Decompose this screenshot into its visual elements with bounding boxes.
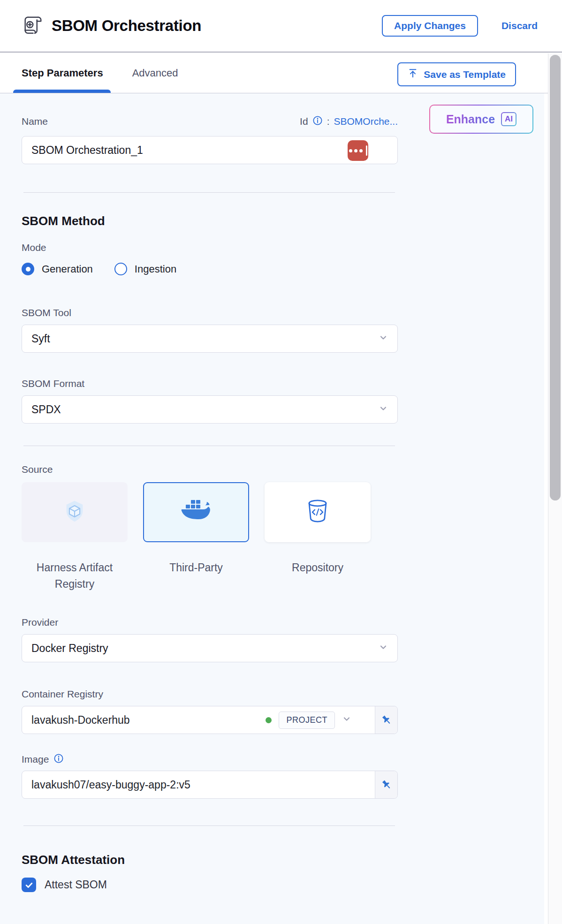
sbom-attestation-heading: SBOM Attestation: [22, 853, 544, 867]
container-registry-value: lavakush-Dockerhub: [31, 714, 130, 727]
info-icon[interactable]: [312, 115, 323, 128]
apply-changes-button[interactable]: Apply Changes: [382, 15, 478, 37]
image-label-row: Image: [22, 753, 544, 765]
divider: [23, 446, 395, 446]
title-wrap: SBOM Orchestration: [22, 14, 382, 38]
sbom-method-heading: SBOM Method: [22, 214, 544, 228]
registry-scope-cluster: PROJECT: [266, 712, 351, 729]
connector-status-dot: [266, 717, 272, 723]
radio-selected-icon: [22, 263, 34, 275]
step-parameters-panel: Enhance AI Name Id : SBOMOrche... SBOM O…: [0, 93, 544, 924]
text-expander-icon[interactable]: [348, 140, 368, 161]
sbom-tool-label: SBOM Tool: [22, 307, 544, 318]
radio-ingestion-label: Ingestion: [135, 263, 176, 275]
sbom-tool-select[interactable]: Syft: [22, 325, 398, 353]
pin-icon[interactable]: [375, 771, 397, 798]
pin-icon[interactable]: [375, 706, 397, 734]
step-config-header: SBOM Orchestration Apply Changes Discard: [0, 0, 562, 53]
radio-unselected-icon: [114, 263, 127, 275]
scroll-plus-icon: [22, 14, 43, 38]
sbom-format-select[interactable]: SPDX: [22, 395, 398, 424]
step-id-value[interactable]: SBOMOrche...: [334, 116, 398, 127]
mode-label: Mode: [22, 242, 544, 253]
provider-value: Docker Registry: [31, 642, 108, 655]
info-icon[interactable]: [53, 753, 64, 765]
chevron-down-icon: [379, 642, 388, 655]
provider-label: Provider: [22, 617, 544, 628]
sbom-tool-value: Syft: [31, 333, 50, 345]
image-label: Image: [22, 754, 49, 765]
page-title: SBOM Orchestration: [52, 17, 201, 35]
cube-icon: [62, 499, 87, 526]
sbom-format-label: SBOM Format: [22, 378, 544, 389]
enhance-label: Enhance: [446, 113, 495, 126]
divider: [23, 826, 395, 826]
id-label: Id: [300, 116, 308, 127]
sbom-format-value: SPDX: [31, 403, 61, 416]
tabs-row: Step Parameters Advanced Save as Templat…: [0, 53, 548, 93]
save-as-template-label: Save as Template: [424, 69, 506, 80]
name-label-row: Name Id : SBOMOrche...: [22, 114, 398, 129]
save-as-template-button[interactable]: Save as Template: [397, 62, 516, 86]
source-cards: [22, 482, 544, 542]
id-separator: :: [327, 116, 330, 127]
provider-select[interactable]: Docker Registry: [22, 634, 398, 662]
source-card-label-repository: Repository: [265, 560, 371, 592]
name-label: Name: [22, 116, 48, 127]
enhance-ai-button[interactable]: Enhance AI: [429, 105, 533, 134]
chevron-down-icon: [379, 333, 388, 345]
radio-generation[interactable]: Generation: [22, 263, 93, 275]
image-value: lavakush07/easy-buggy-app-2:v5: [31, 779, 190, 791]
tab-advanced[interactable]: Advanced: [132, 53, 178, 93]
divider: [23, 192, 395, 193]
docker-icon: [179, 499, 213, 526]
source-label: Source: [22, 464, 544, 475]
chevron-down-icon[interactable]: [342, 714, 351, 727]
repository-icon: [306, 499, 329, 526]
scrollbar-track[interactable]: [548, 53, 562, 924]
source-card-repository[interactable]: [265, 482, 371, 542]
source-card-third-party[interactable]: [143, 482, 249, 542]
source-card-label-third-party: Third-Party: [143, 560, 249, 592]
upload-icon: [408, 68, 418, 81]
source-card-labels: Harness Artifact Registry Third-Party Re…: [22, 560, 544, 592]
chevron-down-icon: [379, 403, 388, 416]
attest-sbom-label: Attest SBOM: [45, 879, 107, 891]
source-card-label-har: Harness Artifact Registry: [22, 560, 128, 592]
checkbox-checked-icon[interactable]: [22, 878, 36, 892]
scrollbar-thumb[interactable]: [550, 55, 561, 500]
ai-badge: AI: [501, 112, 516, 126]
container-registry-label: Container Registry: [22, 689, 544, 700]
tab-step-parameters[interactable]: Step Parameters: [22, 53, 103, 93]
mode-radio-group: Generation Ingestion: [22, 263, 544, 275]
discard-button[interactable]: Discard: [499, 20, 540, 32]
container-registry-field[interactable]: lavakush-Dockerhub PROJECT: [22, 706, 398, 734]
name-input-value: SBOM Orchestration_1: [31, 144, 143, 157]
attest-sbom-checkbox-row[interactable]: Attest SBOM: [22, 878, 544, 892]
scope-badge: PROJECT: [279, 712, 335, 729]
image-input[interactable]: lavakush07/easy-buggy-app-2:v5: [22, 771, 398, 799]
source-card-harness-artifact-registry[interactable]: [22, 482, 128, 542]
radio-ingestion[interactable]: Ingestion: [114, 263, 176, 275]
name-input[interactable]: SBOM Orchestration_1: [22, 136, 398, 164]
radio-generation-label: Generation: [42, 263, 93, 275]
step-id-row: Id : SBOMOrche...: [300, 115, 398, 128]
